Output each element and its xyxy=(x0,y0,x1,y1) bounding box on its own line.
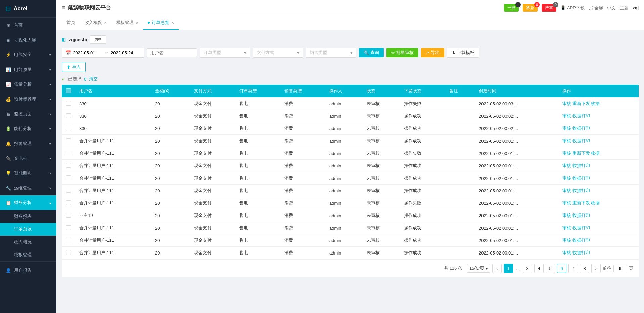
page-6-button[interactable]: 6 xyxy=(557,264,566,273)
page-4-button[interactable]: 4 xyxy=(534,264,544,273)
row-action-link[interactable]: 收据打印 xyxy=(572,250,590,255)
date-end-input[interactable] xyxy=(111,50,140,55)
row-action-link[interactable]: 收据打印 xyxy=(572,175,590,181)
tab-close-icon[interactable]: ✕ xyxy=(136,21,138,25)
import-button[interactable]: ⬆ 导入 xyxy=(62,62,86,72)
row-action-link[interactable]: 重新下发 xyxy=(572,200,590,205)
sidebar-item-user-report[interactable]: 👤 用户报告 xyxy=(0,263,56,278)
next-page-button[interactable]: › xyxy=(591,264,601,273)
row-action-link[interactable]: 重新下发 xyxy=(572,101,590,106)
sales-type-filter[interactable]: 销售类型 ▾ xyxy=(306,48,356,58)
username-filter-input[interactable] xyxy=(147,48,197,57)
alert-general-button[interactable]: 一般 1 xyxy=(504,4,519,12)
row-action-link[interactable]: 收据打印 xyxy=(572,238,590,243)
sidebar-item-report[interactable]: 🔔 报警管理 ▾ xyxy=(0,136,56,151)
order-type-filter[interactable]: 订单类型 ▾ xyxy=(200,48,250,58)
language-button[interactable]: 中文 xyxy=(607,5,616,11)
page-1-button[interactable]: 1 xyxy=(504,264,513,273)
tab-income[interactable]: 收入概况 ✕ xyxy=(80,16,111,30)
row-action-link[interactable]: 审核 xyxy=(562,126,571,131)
clear-selection-button[interactable]: 清空 xyxy=(89,76,98,82)
sidebar-sub-item-order-overview[interactable]: 订单总览 xyxy=(0,223,56,236)
row-action-link[interactable]: 收据打印 xyxy=(572,163,590,168)
row-action-link[interactable]: 收据打印 xyxy=(572,126,590,131)
row-checkbox[interactable] xyxy=(66,200,71,205)
row-action-link[interactable]: 审核 xyxy=(562,113,571,118)
row-checkbox[interactable] xyxy=(66,113,71,118)
page-3-button[interactable]: 3 xyxy=(523,264,532,273)
row-checkbox[interactable] xyxy=(66,138,71,143)
tab-close-icon[interactable]: ✕ xyxy=(171,21,174,25)
sidebar-item-charger[interactable]: 🔌 充电桩 ▾ xyxy=(0,151,56,166)
sidebar-item-monitor[interactable]: 🖥 监控页面 ▾ xyxy=(0,107,56,121)
sidebar-item-electrical[interactable]: ⚡ 电气安全 ▾ xyxy=(0,47,56,62)
row-checkbox[interactable] xyxy=(66,101,71,106)
row-action-link[interactable]: 收据 xyxy=(591,200,600,205)
sidebar-sub-item-finance-report[interactable]: 财务报表 xyxy=(0,210,56,223)
row-action-link[interactable]: 收据打印 xyxy=(572,138,590,143)
date-start-input[interactable] xyxy=(73,50,102,55)
row-action-link[interactable]: 收据打印 xyxy=(572,213,590,218)
row-checkbox[interactable] xyxy=(66,163,71,168)
sidebar-sub-item-template-mgmt[interactable]: 模板管理 xyxy=(0,248,56,261)
row-action-link[interactable]: 收据打印 xyxy=(572,188,590,193)
download-template-button[interactable]: ⬇ 下载模板 xyxy=(447,48,479,58)
search-button[interactable]: 🔍 查询 xyxy=(359,48,384,57)
theme-button[interactable]: 主题 xyxy=(620,5,629,11)
select-all-checkbox[interactable] xyxy=(66,88,71,93)
alert-urgent-button[interactable]: 紧急 0 xyxy=(523,4,538,12)
row-checkbox[interactable] xyxy=(66,238,71,242)
app-download-button[interactable]: 📱 APP下载 xyxy=(560,5,585,11)
switch-account-button[interactable]: 切换 xyxy=(90,35,106,44)
goto-page-input[interactable] xyxy=(613,265,627,272)
page-7-button[interactable]: 7 xyxy=(568,264,578,273)
row-action-link[interactable]: 收据打印 xyxy=(572,113,590,118)
page-size-selector[interactable]: 15条/页 ▾ xyxy=(467,264,490,273)
tab-home[interactable]: 首页 xyxy=(62,16,80,30)
sidebar-sub-item-income-overview[interactable]: 收入概况 xyxy=(0,236,56,248)
row-action-link[interactable]: 重新下发 xyxy=(572,151,590,156)
row-action-link[interactable]: 收据打印 xyxy=(572,225,590,230)
tab-orders[interactable]: 订单总览 ✕ xyxy=(143,16,179,30)
prev-page-button[interactable]: ‹ xyxy=(492,264,502,273)
row-action-link[interactable]: 审核 xyxy=(562,101,571,106)
sidebar-item-visualization[interactable]: ▣ 可视化大屏 xyxy=(0,33,56,47)
sidebar-item-home[interactable]: ⊞ 首页 xyxy=(0,18,56,33)
sidebar-item-ops[interactable]: 🔧 运维管理 ▾ xyxy=(0,181,56,195)
row-checkbox[interactable] xyxy=(66,213,71,218)
sidebar-item-prepay[interactable]: 💰 预付费管理 ▾ xyxy=(0,92,56,107)
row-checkbox[interactable] xyxy=(66,175,71,180)
row-action-link[interactable]: 审核 xyxy=(562,138,571,143)
tab-template[interactable]: 模板管理 ✕ xyxy=(111,16,143,30)
row-checkbox[interactable] xyxy=(66,151,71,155)
row-checkbox[interactable] xyxy=(66,188,71,193)
row-action-link[interactable]: 审核 xyxy=(562,200,571,205)
row-action-link[interactable]: 收据 xyxy=(591,101,600,106)
row-action-link[interactable]: 审核 xyxy=(562,163,571,168)
sidebar-item-power[interactable]: 📊 电能质量 ▾ xyxy=(0,62,56,77)
row-action-link[interactable]: 审核 xyxy=(562,175,571,181)
payment-filter[interactable]: 支付方式 ▾ xyxy=(253,48,303,58)
sidebar-item-energy[interactable]: 🔋 能耗分析 ▾ xyxy=(0,121,56,136)
sidebar-item-demand[interactable]: 📈 需量分析 ▾ xyxy=(0,77,56,92)
batch-review-button[interactable]: ✏ 批量审核 xyxy=(386,48,418,57)
row-action-link[interactable]: 审核 xyxy=(562,151,571,156)
alert-critical-button[interactable]: 严重 0 xyxy=(542,4,556,12)
row-checkbox[interactable] xyxy=(66,126,71,130)
export-button[interactable]: ↗ 导出 xyxy=(421,48,444,57)
fullscreen-button[interactable]: ⛶ 全屏 xyxy=(589,5,603,11)
date-range-picker[interactable]: 📅 ～ xyxy=(62,48,144,58)
row-action-link[interactable]: 收据 xyxy=(591,151,600,156)
row-checkbox[interactable] xyxy=(66,225,71,230)
sidebar-item-lighting[interactable]: 💡 智能照明 ▾ xyxy=(0,166,56,181)
menu-toggle-icon[interactable]: ≡ xyxy=(62,4,65,11)
row-action-link[interactable]: 审核 xyxy=(562,213,571,218)
row-action-link[interactable]: 审核 xyxy=(562,188,571,193)
page-5-button[interactable]: 5 xyxy=(546,264,555,273)
sidebar-item-finance[interactable]: 📋 财务分析 ▴ xyxy=(0,195,56,210)
row-action-link[interactable]: 审核 xyxy=(562,225,571,230)
row-checkbox[interactable] xyxy=(66,250,71,255)
row-action-link[interactable]: 审核 xyxy=(562,238,571,243)
row-action-link[interactable]: 审核 xyxy=(562,250,571,255)
page-8-button[interactable]: 8 xyxy=(580,264,589,273)
